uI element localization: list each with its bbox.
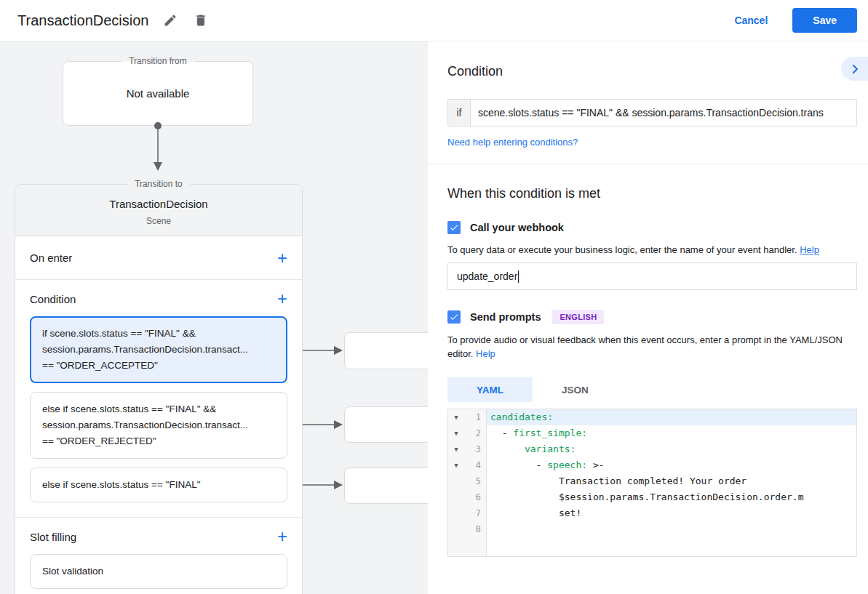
send-prompts-label: Send prompts <box>470 311 541 323</box>
transition-from-value: Not available <box>127 87 190 100</box>
line-number: 7 <box>464 505 486 521</box>
webhook-handler-input[interactable]: update_order <box>447 262 857 290</box>
checkmark-icon <box>449 312 459 322</box>
webhook-helper-text: To query data or execute your business l… <box>447 243 844 257</box>
transition-to-label: Transition to <box>127 179 190 190</box>
editor-line[interactable]: ▼3 variants: <box>448 441 856 457</box>
editor-line[interactable]: 6 $session.params.TransactionDecision.or… <box>448 489 856 505</box>
transition-target-box[interactable] <box>344 406 428 443</box>
slot-validation-card[interactable]: Slot validation <box>30 554 287 589</box>
delete-button[interactable] <box>192 12 210 29</box>
code-text: set! <box>486 505 856 521</box>
code-text: - speech: >- <box>486 457 856 473</box>
scene-subtitle: Scene <box>15 216 302 226</box>
transition-from-label: Transition from <box>122 56 194 67</box>
condition-card-text: == "ORDER_REJECTED" <box>42 433 275 449</box>
prompts-helper-text: To provide audio or visual feedback when… <box>447 333 844 361</box>
edit-button[interactable] <box>162 12 179 29</box>
cancel-button[interactable]: Cancel <box>734 15 768 26</box>
line-number: 3 <box>464 441 486 457</box>
fold-gutter <box>448 521 464 537</box>
condition-card-list: if scene.slots.status == "FINAL" &&sessi… <box>30 316 287 502</box>
on-enter-section: On enter + <box>15 236 302 280</box>
condition-card-text: if scene.slots.status == "FINAL" && <box>42 326 275 342</box>
condition-card[interactable]: else if scene.slots.status == "FINAL" <box>30 467 287 502</box>
if-prefix-label: if <box>448 100 471 126</box>
transition-target-box[interactable] <box>344 332 428 369</box>
send-prompts-checkbox[interactable] <box>447 310 461 324</box>
text-cursor <box>518 270 519 283</box>
call-webhook-checkbox[interactable] <box>447 221 461 234</box>
collapse-panel-button[interactable] <box>841 57 868 81</box>
section-divider <box>428 164 868 164</box>
line-number: 5 <box>464 473 486 489</box>
condition-card-text: else if scene.slots.status == "FINAL" && <box>42 401 275 417</box>
line-number: 6 <box>464 489 486 505</box>
add-on-enter-button[interactable]: + <box>277 249 287 267</box>
on-enter-label: On enter <box>30 252 72 264</box>
header-bar: TransactionDecision Cancel Save <box>0 0 868 41</box>
slot-filling-section: Slot filling + Slot validation <box>15 518 302 594</box>
condition-expression-input[interactable]: scene.slots.status == "FINAL" && session… <box>471 100 856 126</box>
page-title: TransactionDecision <box>17 12 148 29</box>
editor-line[interactable]: 5 Transaction completed! Your order <box>448 473 856 489</box>
code-text <box>486 521 856 537</box>
fold-gutter <box>448 489 464 505</box>
conditions-help-link[interactable]: Need help entering conditions? <box>447 137 578 148</box>
condition-heading: Condition <box>447 64 857 79</box>
scene-diagram-canvas: Transition from Not available Transition… <box>0 41 428 594</box>
editor-tab-bar: YAMLJSON <box>447 377 857 402</box>
trash-icon <box>194 13 208 28</box>
scene-header[interactable]: TransactionDecision Scene <box>15 185 302 236</box>
line-number: 4 <box>464 457 486 473</box>
pencil-icon <box>163 13 178 28</box>
checkmark-icon <box>449 222 459 233</box>
save-button[interactable]: Save <box>792 8 857 33</box>
call-webhook-row: Call your webhook <box>447 221 857 234</box>
line-number: 2 <box>464 425 486 441</box>
chevron-right-icon <box>848 63 861 76</box>
transition-target-box[interactable] <box>344 467 428 504</box>
code-text: Transaction completed! Your order <box>486 473 856 489</box>
slot-filling-label: Slot filling <box>30 531 76 543</box>
editor-line[interactable]: ▼4 - speech: >- <box>448 457 856 473</box>
fold-arrow-icon[interactable]: ▼ <box>448 441 464 457</box>
transition-from-box[interactable]: Transition from Not available <box>63 61 253 126</box>
fold-gutter <box>448 473 464 489</box>
code-text: $session.params.TransactionDecision.orde… <box>486 489 856 505</box>
editor-line[interactable]: 8 <box>448 521 856 537</box>
transition-to-box: Transition to TransactionDecision Scene … <box>15 184 303 594</box>
send-prompts-row: Send prompts ENGLISH <box>447 310 857 324</box>
editor-line[interactable]: ▼1candidates: <box>448 409 856 425</box>
condition-card-text: session.params.TransactionDecision.trans… <box>42 342 275 358</box>
condition-editor-panel: Condition if scene.slots.status == "FINA… <box>428 41 868 594</box>
line-number: 8 <box>464 521 486 537</box>
condition-card-text: session.params.TransactionDecision.trans… <box>42 417 275 433</box>
editor-line[interactable]: 7 set! <box>448 505 856 521</box>
editor-line[interactable]: ▼2 - first_simple: <box>448 425 856 441</box>
fold-arrow-icon[interactable]: ▼ <box>448 409 464 425</box>
code-text: variants: <box>486 441 856 457</box>
fold-arrow-icon[interactable]: ▼ <box>448 425 464 441</box>
condition-card[interactable]: if scene.slots.status == "FINAL" &&sessi… <box>30 316 287 383</box>
code-text: - first_simple: <box>486 425 856 441</box>
yaml-code-editor[interactable]: ▼1candidates:▼2 - first_simple:▼3 varian… <box>447 409 857 557</box>
fold-gutter <box>448 505 464 521</box>
add-slot-button[interactable]: + <box>277 528 287 545</box>
code-text: candidates: <box>487 409 856 425</box>
condition-card[interactable]: else if scene.slots.status == "FINAL" &&… <box>30 392 287 459</box>
tab-json[interactable]: JSON <box>533 377 618 402</box>
condition-expression-field[interactable]: if scene.slots.status == "FINAL" && sess… <box>447 99 857 127</box>
condition-section-label: Condition <box>30 293 76 305</box>
line-number: 1 <box>464 409 486 425</box>
call-webhook-label: Call your webhook <box>470 222 564 233</box>
prompts-help-link[interactable]: Help <box>476 348 495 359</box>
fold-arrow-icon[interactable]: ▼ <box>448 457 464 473</box>
webhook-help-link[interactable]: Help <box>800 244 819 255</box>
condition-card-text: == "ORDER_ACCEPTED" <box>42 358 275 374</box>
when-condition-heading: When this condition is met <box>447 186 857 201</box>
tab-yaml[interactable]: YAML <box>447 377 533 402</box>
scene-title: TransactionDecision <box>15 196 302 212</box>
add-condition-button[interactable]: + <box>277 290 287 308</box>
condition-card-text: else if scene.slots.status == "FINAL" <box>42 477 275 493</box>
